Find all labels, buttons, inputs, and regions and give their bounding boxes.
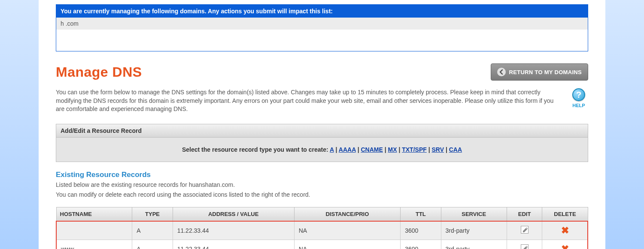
- record-type-link-srv[interactable]: SRV: [431, 146, 444, 153]
- add-edit-panel-body: Select the resource record type you want…: [56, 138, 588, 162]
- notice-domain: h .com: [56, 18, 588, 30]
- th-edit: EDIT: [507, 207, 542, 221]
- th-ttl: TTL: [401, 207, 441, 221]
- records-table-header-row: HOSTNAME TYPE ADDRESS / VALUE DISTANCE/P…: [56, 207, 588, 221]
- delete-icon[interactable]: ✖: [561, 226, 569, 235]
- cell-service: 3rd-party: [441, 240, 507, 249]
- edit-icon[interactable]: [521, 244, 529, 249]
- delete-icon[interactable]: ✖: [561, 244, 569, 249]
- cell-distance: NA: [294, 240, 401, 249]
- cell-type: A: [132, 221, 173, 240]
- return-button-label: RETURN TO MY DOMAINS: [509, 69, 582, 75]
- th-distance: DISTANCE/PRIO: [294, 207, 401, 221]
- help-label: HELP: [569, 103, 588, 108]
- record-type-link-a[interactable]: A: [330, 146, 334, 153]
- records-table: HOSTNAME TYPE ADDRESS / VALUE DISTANCE/P…: [56, 207, 588, 249]
- th-address: ADDRESS / VALUE: [173, 207, 294, 221]
- help-icon: ?: [572, 88, 585, 101]
- cell-service: 3rd-party: [441, 221, 507, 240]
- record-type-link-txtspf[interactable]: TXT/SPF: [402, 146, 427, 153]
- title-row: Manage DNS RETURN TO MY DOMAINS: [56, 63, 588, 81]
- add-edit-panel: Add/Edit a Resource Record Select the re…: [56, 124, 588, 162]
- page-title: Manage DNS: [56, 64, 142, 80]
- th-service: SERVICE: [441, 207, 507, 221]
- cell-hostname: www: [56, 240, 132, 249]
- description-row: You can use the form below to manage the…: [56, 88, 588, 114]
- notice-box: You are currently managing the following…: [56, 4, 588, 51]
- cell-hostname: [56, 221, 132, 240]
- cell-type: A: [132, 240, 173, 249]
- th-delete: DELETE: [542, 207, 588, 221]
- add-edit-panel-header: Add/Edit a Resource Record: [56, 124, 588, 138]
- record-type-link-cname[interactable]: CNAME: [361, 146, 383, 153]
- page-container: You are currently managing the following…: [39, 0, 605, 249]
- th-hostname: HOSTNAME: [56, 207, 132, 221]
- record-type-link-mx[interactable]: MX: [388, 146, 397, 153]
- return-to-domains-button[interactable]: RETURN TO MY DOMAINS: [491, 63, 588, 81]
- arrow-left-icon: [497, 68, 506, 76]
- edit-icon[interactable]: [521, 226, 529, 234]
- page-description: You can use the form below to manage the…: [56, 88, 561, 114]
- notice-header: You are currently managing the following…: [56, 5, 588, 18]
- table-row: A 11.22.33.44 NA 3600 3rd-party ✖: [56, 221, 588, 240]
- record-type-prompt: Select the resource record type you want…: [182, 146, 330, 153]
- notice-spacer: [56, 30, 588, 51]
- record-type-link-caa[interactable]: CAA: [449, 146, 462, 153]
- cell-address: 11.22.33.44: [173, 240, 294, 249]
- existing-records-sub1: Listed below are the existing resource r…: [56, 181, 588, 189]
- help-block[interactable]: ? HELP: [569, 88, 588, 108]
- existing-records-sub2: You can modify or delete each record usi…: [56, 191, 588, 199]
- cell-ttl: 3600: [401, 240, 441, 249]
- cell-ttl: 3600: [401, 221, 441, 240]
- table-row: www A 11.22.33.44 NA 3600 3rd-party ✖: [56, 240, 588, 249]
- record-type-link-aaaa[interactable]: AAAA: [339, 146, 356, 153]
- th-type: TYPE: [132, 207, 173, 221]
- cell-distance: NA: [294, 221, 401, 240]
- cell-address: 11.22.33.44: [173, 221, 294, 240]
- existing-records-title: Existing Resource Records: [56, 171, 588, 179]
- records-table-body: A 11.22.33.44 NA 3600 3rd-party ✖ www A …: [56, 221, 588, 249]
